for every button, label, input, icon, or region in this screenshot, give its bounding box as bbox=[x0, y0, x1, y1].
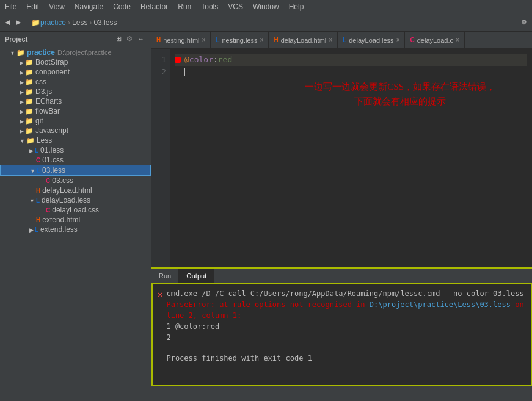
root-path: D:\project\practice bbox=[57, 49, 112, 56]
tab-nesting-less[interactable]: L nesting.less × bbox=[211, 32, 269, 48]
code-colon: : bbox=[213, 55, 218, 64]
less-folder-icon: 📁 bbox=[26, 137, 35, 145]
error-x-icon: ✕ bbox=[158, 289, 162, 299]
tab-delayload-less-label: delayLoad.less bbox=[349, 37, 393, 44]
tree-bootstrap[interactable]: 📁 BootStrap bbox=[0, 57, 151, 67]
tree-git[interactable]: 📁 git bbox=[0, 116, 151, 126]
toolbar-settings[interactable]: ⚙ bbox=[519, 17, 530, 27]
output-error-text: ParseError: at-rule options not recognis… bbox=[166, 300, 365, 309]
01css-label: 01.css bbox=[42, 156, 64, 164]
bottom-panel: Run Output ✕ cmd.exe /D /C call C:/Users… bbox=[151, 267, 532, 386]
tab-delayload-less-close[interactable]: × bbox=[396, 37, 400, 43]
tree-root[interactable]: 📁 practice D:\project\practice bbox=[0, 48, 151, 57]
bootstrap-label: BootStrap bbox=[35, 58, 68, 67]
d3js-label: D3.js bbox=[35, 87, 52, 96]
tree-conponent[interactable]: 📁 conponent bbox=[0, 67, 151, 77]
output-finish: Process finished with exit code 1 bbox=[166, 353, 526, 364]
code-at-sign: @ bbox=[184, 55, 189, 64]
tree-echarts[interactable]: 📁 ECharts bbox=[0, 96, 151, 106]
tree-delayload-css[interactable]: C delayLoad.css bbox=[0, 205, 151, 215]
sidebar: Project ⊞ ⚙ ↔ 📁 practice D:\project\prac… bbox=[0, 32, 151, 386]
menu-view[interactable]: View bbox=[44, 2, 70, 11]
d3js-arrow bbox=[20, 87, 25, 96]
tree-extend-html[interactable]: H extend.html bbox=[0, 215, 151, 225]
sidebar-settings-btn[interactable]: ⚙ bbox=[125, 34, 134, 43]
menu-code[interactable]: Code bbox=[108, 2, 136, 11]
delayload-less-arrow bbox=[29, 196, 36, 204]
tab-delayload-css-icon: C bbox=[410, 37, 414, 43]
01css-icon: C bbox=[36, 157, 40, 164]
breadcrumb-practice[interactable]: practice bbox=[40, 18, 66, 27]
echarts-label: ECharts bbox=[35, 97, 62, 106]
code-line-1: @color:red bbox=[184, 54, 232, 66]
tree-03less[interactable]: L 03.less bbox=[0, 165, 151, 176]
tab-delayload-css-close[interactable]: × bbox=[456, 37, 459, 43]
tab-delayload-html-label: delayLoad.html bbox=[281, 37, 327, 44]
output-code2: 2 bbox=[166, 332, 526, 343]
tree-less-folder[interactable]: 📁 Less bbox=[0, 135, 151, 145]
conponent-icon: 📁 bbox=[25, 68, 34, 76]
tree-03css[interactable]: C 03.css bbox=[0, 176, 151, 186]
editor-line-1: @color:red bbox=[175, 54, 527, 66]
breadcrumb-sep2: › bbox=[89, 18, 92, 27]
menu-file[interactable]: File bbox=[0, 2, 21, 11]
tab-delayload-html-close[interactable]: × bbox=[329, 37, 332, 43]
tree-01css[interactable]: C 01.css bbox=[0, 155, 151, 165]
menu-window[interactable]: Window bbox=[248, 2, 284, 11]
tree-extend-less[interactable]: L extend.less bbox=[0, 225, 151, 234]
tab-delayload-less[interactable]: L delayLoad.less × bbox=[338, 32, 405, 48]
menu-edit[interactable]: Edit bbox=[21, 2, 44, 11]
03less-icon: L bbox=[37, 167, 40, 174]
css-icon: 📁 bbox=[25, 78, 34, 86]
tab-nesting-html-label: nesting.html bbox=[163, 37, 199, 44]
output-code1: 1 @color:red bbox=[166, 321, 526, 332]
tab-nesting-less-label: nesting.less bbox=[222, 37, 258, 44]
extend-html-label: extend.html bbox=[42, 215, 80, 224]
code-value: red bbox=[218, 55, 232, 64]
menu-help[interactable]: Help bbox=[284, 2, 309, 11]
bootstrap-icon: 📁 bbox=[25, 59, 34, 67]
output-error-link[interactable]: D:\project\practice\Less\03.less bbox=[370, 300, 511, 309]
menu-refactor[interactable]: Refactor bbox=[136, 2, 173, 11]
tree-flowbar[interactable]: 📁 flowBar bbox=[0, 106, 151, 116]
03less-label: 03.less bbox=[42, 166, 65, 175]
sidebar-expand-btn[interactable]: ↔ bbox=[136, 34, 146, 43]
tab-delayload-css[interactable]: C delayLoad.c × bbox=[405, 32, 464, 48]
tab-delayload-html[interactable]: H delayLoad.html × bbox=[269, 32, 338, 48]
tree-delayload-less[interactable]: L delayLoad.less bbox=[0, 195, 151, 205]
bottom-tab-output[interactable]: Output bbox=[179, 269, 214, 283]
output-with-icon: ✕ cmd.exe /D /C call C:/Users/rong/AppDa… bbox=[158, 288, 526, 364]
tab-delayload-less-icon: L bbox=[343, 37, 346, 43]
tab-delayload-html-icon: H bbox=[274, 37, 278, 43]
breadcrumb-less[interactable]: Less bbox=[72, 18, 87, 27]
menu-run[interactable]: Run bbox=[173, 2, 196, 11]
text-cursor bbox=[184, 68, 185, 76]
toolbar-back[interactable]: ◀ bbox=[2, 17, 12, 27]
root-label: practice bbox=[27, 48, 55, 57]
annotation-line2: 下面就会有相应的提示 bbox=[305, 94, 495, 109]
menu-vcs[interactable]: VCS bbox=[223, 2, 248, 11]
tree-d3js[interactable]: 📁 D3.js bbox=[0, 87, 151, 96]
tab-delayload-css-label: delayLoad.c bbox=[417, 37, 453, 44]
tree-css[interactable]: 📁 css bbox=[0, 77, 151, 87]
tree-javascript[interactable]: 📁 Javascript bbox=[0, 126, 151, 135]
sidebar-collapse-btn[interactable]: ⊞ bbox=[114, 34, 123, 43]
bottom-tab-run[interactable]: Run bbox=[151, 269, 179, 283]
menu-navigate[interactable]: Navigate bbox=[70, 2, 108, 11]
conponent-arrow bbox=[20, 68, 25, 76]
tab-nesting-html-close[interactable]: × bbox=[202, 37, 206, 43]
css-label: css bbox=[35, 78, 46, 86]
git-icon: 📁 bbox=[25, 117, 34, 125]
tree-delayload-html[interactable]: H delayLoad.html bbox=[0, 186, 151, 195]
menu-tools[interactable]: Tools bbox=[196, 2, 223, 11]
sidebar-header: Project ⊞ ⚙ ↔ bbox=[0, 32, 151, 46]
toolbar-forward[interactable]: ▶ bbox=[13, 17, 23, 27]
tree-01less[interactable]: L 01.less bbox=[0, 145, 151, 155]
editor[interactable]: 1 2 @color:red 一边写一边就会更新CSS，如 bbox=[151, 49, 532, 267]
breadcrumb-file[interactable]: 03.less bbox=[93, 18, 117, 27]
03css-label: 03.css bbox=[52, 176, 73, 185]
editor-content[interactable]: @color:red 一边写一边就会更新CSS，如果存在语法错误， 下面就会有相… bbox=[170, 49, 532, 267]
tab-nesting-less-close[interactable]: × bbox=[260, 37, 264, 43]
line-number-1: 1 bbox=[155, 54, 166, 66]
tab-nesting-html[interactable]: H nesting.html × bbox=[151, 32, 211, 48]
